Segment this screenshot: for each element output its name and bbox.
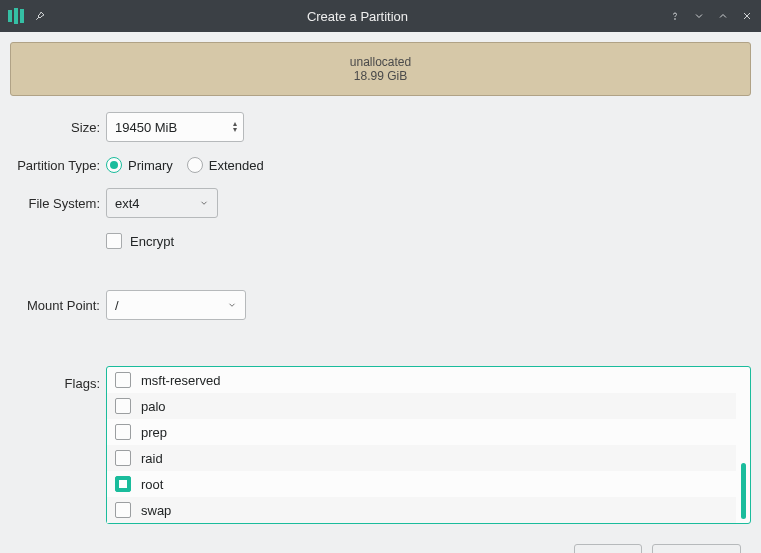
flag-item-label: root [141, 477, 163, 492]
chevron-down-icon[interactable] [693, 10, 705, 22]
ok-button[interactable]: OK [574, 544, 641, 553]
flags-list[interactable]: msft-reservedpaloprepraidrootswap [107, 367, 736, 523]
flag-item-palo[interactable]: palo [107, 393, 736, 419]
help-icon[interactable] [669, 10, 681, 22]
mount-point-value: / [115, 298, 119, 313]
flag-item-label: swap [141, 503, 171, 518]
pin-icon[interactable] [34, 10, 46, 22]
checkbox-box-icon [115, 502, 131, 518]
extended-radio[interactable]: Extended [187, 157, 264, 173]
checkbox-box-icon [115, 424, 131, 440]
filesystem-combo[interactable]: ext4 [106, 188, 218, 218]
filesystem-value: ext4 [115, 196, 140, 211]
spin-arrows-icon[interactable]: ▴▾ [233, 121, 237, 133]
checkbox-box-icon [106, 233, 122, 249]
size-label: Size: [10, 120, 106, 135]
titlebar: Create a Partition [0, 0, 761, 32]
flag-item-swap[interactable]: swap [107, 497, 736, 523]
flag-item-label: msft-reserved [141, 373, 220, 388]
flag-item-label: prep [141, 425, 167, 440]
svg-point-0 [675, 19, 676, 20]
radio-dot-icon [106, 157, 122, 173]
flag-item-root[interactable]: root [107, 471, 736, 497]
primary-radio[interactable]: Primary [106, 157, 173, 173]
checkbox-box-icon [115, 450, 131, 466]
disk-bar: unallocated 18.99 GiB [10, 42, 751, 96]
close-icon[interactable] [741, 10, 753, 22]
mount-point-label: Mount Point: [10, 298, 106, 313]
checkbox-box-icon [115, 476, 131, 492]
checkbox-box-icon [115, 398, 131, 414]
partition-type-label: Partition Type: [10, 158, 106, 173]
app-logo-icon [8, 8, 24, 24]
disk-size: 18.99 GiB [354, 69, 407, 83]
disk-label: unallocated [350, 55, 411, 69]
size-value: 19450 MiB [115, 120, 177, 135]
flag-item-prep[interactable]: prep [107, 419, 736, 445]
flags-label: Flags: [10, 366, 106, 391]
flag-item-label: raid [141, 451, 163, 466]
filesystem-label: File System: [10, 196, 106, 211]
encrypt-checkbox[interactable]: Encrypt [106, 233, 174, 249]
flag-item-msft-reserved[interactable]: msft-reserved [107, 367, 736, 393]
flags-panel: msft-reservedpaloprepraidrootswap [106, 366, 751, 524]
window-title: Create a Partition [46, 9, 669, 24]
radio-dot-icon [187, 157, 203, 173]
checkbox-box-icon [115, 372, 131, 388]
chevron-down-icon [199, 198, 209, 208]
chevron-up-icon[interactable] [717, 10, 729, 22]
mount-point-combo[interactable]: / [106, 290, 246, 320]
chevron-down-icon [227, 300, 237, 310]
cancel-button[interactable]: Cancel [652, 544, 742, 553]
size-spinbox[interactable]: 19450 MiB ▴▾ [106, 112, 244, 142]
flag-item-label: palo [141, 399, 166, 414]
scrollbar[interactable] [736, 367, 750, 523]
scrollbar-thumb[interactable] [741, 463, 746, 519]
flag-item-raid[interactable]: raid [107, 445, 736, 471]
